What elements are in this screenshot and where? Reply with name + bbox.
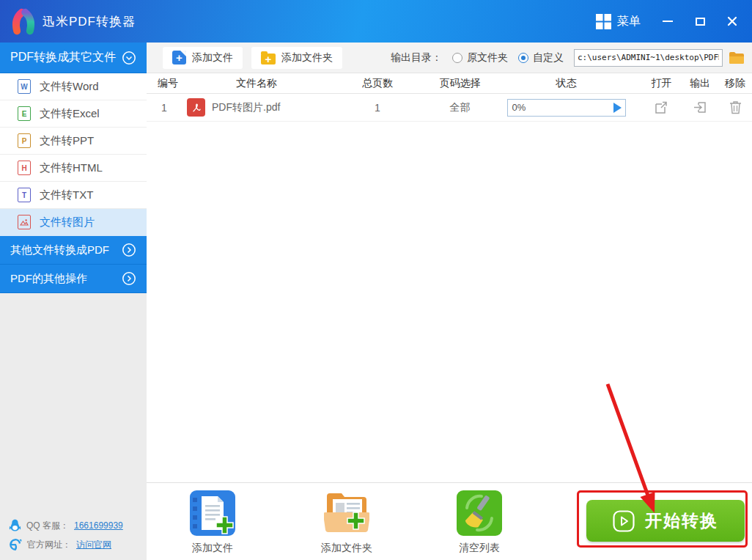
maximize-button[interactable] [693,15,707,28]
col-pages: 总页数 [326,77,429,90]
row-index: 1 [147,102,187,114]
toolbar: + 添加文件 + 添加文件夹 输出目录： 原文件夹 自定义 [147,43,752,73]
bottom-bar: 添加文件 添加文件夹 [147,482,752,560]
sidebar-section-other-to-pdf[interactable]: 其他文件转换成PDF [0,236,147,265]
open-output-button[interactable] [682,100,718,114]
radio-original-label: 原文件夹 [467,51,508,65]
add-folder-label: 添加文件夹 [281,51,333,65]
open-external-icon [655,100,668,114]
radio-custom-label: 自定义 [533,51,564,65]
col-open: 打开 [641,77,682,90]
radio-custom-icon [518,53,528,63]
col-status: 状态 [491,77,641,90]
output-dir-label: 输出目录： [391,51,442,65]
pdf-file-icon [187,98,205,117]
minimize-button[interactable] [661,15,674,28]
play-icon [613,510,635,532]
bottom-add-folder-button[interactable]: 添加文件夹 [306,490,387,555]
remove-file-button[interactable] [718,100,752,114]
browser-e-icon [9,538,22,551]
col-filename: 文件名称 [187,77,326,90]
bottom-add-file-button[interactable]: 添加文件 [172,490,253,555]
sidebar: PDF转换成其它文件 W 文件转Word E 文件转Excel P 文件转PPT… [0,43,147,560]
add-file-big-icon [190,490,235,536]
col-remove: 移除 [718,77,752,90]
app-window: 迅米PDF转换器 菜单 PDF转换成其它文件 [0,0,752,560]
sidebar-item-image[interactable]: 文件转图片 [0,209,147,236]
sidebar-section-label: PDF的其他操作 [10,272,87,286]
row-file-cell: PDF转图片.pdf [187,98,326,117]
col-page-select: 页码选择 [429,77,491,90]
browse-folder-button[interactable] [729,51,745,65]
progress-text: 0% [508,102,526,113]
close-button[interactable] [726,15,739,28]
open-file-button[interactable] [641,100,682,114]
clear-list-label: 清空列表 [439,542,520,555]
clear-list-big-icon [457,490,502,536]
titlebar: 迅米PDF转换器 菜单 [0,0,752,43]
qq-support-row: QQ 客服： 1661699939 [9,519,123,532]
progress-bar: 0% [507,99,626,117]
add-folder-big-icon [324,490,369,536]
txt-file-icon: T [18,188,31,202]
radio-custom-folder[interactable]: 自定义 [518,51,564,65]
html-file-icon: H [18,161,31,175]
start-convert-label: 开始转换 [645,509,718,532]
close-icon [727,16,737,26]
qq-number-link[interactable]: 1661699939 [74,520,123,531]
image-file-icon [18,215,31,229]
excel-file-icon: E [18,106,31,121]
qq-icon [9,519,21,532]
sidebar-item-list: W 文件转Word E 文件转Excel P 文件转PPT H 文件转HTML … [0,73,147,236]
table-header: 编号 文件名称 总页数 页码选择 状态 打开 输出 移除 [147,73,752,94]
app-logo-icon [9,6,38,37]
sidebar-item-label: 文件转Excel [40,107,100,121]
add-file-button[interactable]: + 添加文件 [163,47,243,69]
visit-site-link[interactable]: 访问官网 [76,539,111,551]
sidebar-item-label: 文件转图片 [40,215,95,229]
row-filename: PDF转图片.pdf [212,101,280,114]
sidebar-header-pdf-to-other[interactable]: PDF转换成其它文件 [0,43,147,73]
sidebar-item-excel[interactable]: E 文件转Excel [0,100,147,128]
sidebar-item-label: 文件转PPT [40,134,94,148]
menu-button[interactable]: 菜单 [596,14,641,29]
sidebar-item-label: 文件转TXT [40,188,93,202]
titlebar-right: 菜单 [596,14,752,29]
row-start-icon[interactable] [613,103,622,113]
minimize-icon [663,21,673,22]
qq-support-label: QQ 客服： [26,520,69,532]
table-row: 1 PDF转图片.pdf 1 全部 0% [147,94,752,122]
chevron-right-icon [122,243,136,257]
app-title: 迅米PDF转换器 [43,13,136,30]
col-index: 编号 [147,77,187,90]
sidebar-contact: QQ 客服： 1661699939 官方网址： 访问官网 [9,513,123,551]
window-controls [661,15,739,28]
sidebar-item-html[interactable]: H 文件转HTML [0,155,147,182]
clear-list-button[interactable]: 清空列表 [439,490,520,555]
radio-original-folder[interactable]: 原文件夹 [452,51,508,65]
trash-icon [729,100,742,114]
bottom-add-file-label: 添加文件 [172,542,253,555]
sidebar-item-txt[interactable]: T 文件转TXT [0,182,147,209]
row-status-cell: 0% [491,99,641,117]
add-file-label: 添加文件 [192,51,233,65]
radio-original-icon [452,53,462,63]
official-site-label: 官方网址： [27,539,71,551]
export-arrow-icon [693,100,707,114]
sidebar-item-ppt[interactable]: P 文件转PPT [0,128,147,155]
add-folder-button[interactable]: + 添加文件夹 [251,47,342,69]
col-output: 输出 [682,77,718,90]
chevron-down-icon [122,51,136,65]
folder-icon [729,51,745,65]
sidebar-item-word[interactable]: W 文件转Word [0,73,147,100]
output-path-input[interactable] [574,49,723,67]
grid-menu-icon [596,14,611,29]
add-file-icon: + [172,51,186,65]
chevron-right-icon [122,271,136,286]
bottom-add-folder-label: 添加文件夹 [306,542,387,555]
add-folder-icon: + [261,54,276,65]
sidebar-item-label: 文件转HTML [40,161,103,175]
sidebar-section-pdf-other-ops[interactable]: PDF的其他操作 [0,265,147,293]
start-convert-button[interactable]: 开始转换 [586,500,745,542]
sidebar-section-label: 其他文件转换成PDF [10,243,109,257]
